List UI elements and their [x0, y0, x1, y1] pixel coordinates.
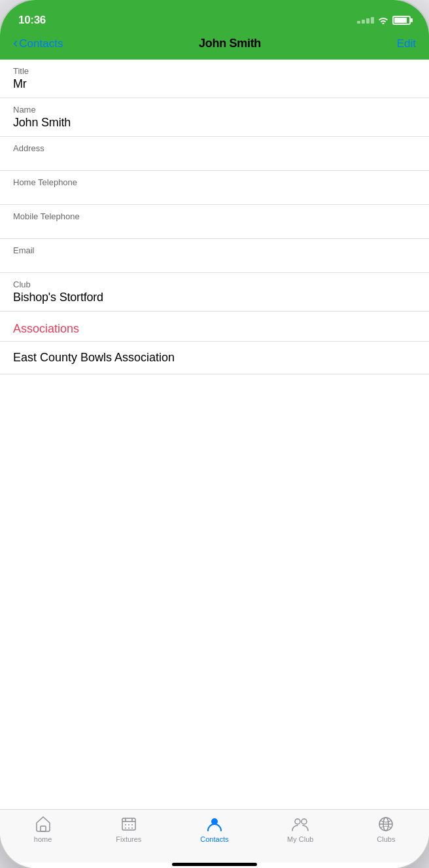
field-label-name: Name	[13, 105, 416, 115]
back-button[interactable]: ‹ Contacts	[13, 37, 63, 50]
contacts-icon	[205, 815, 224, 833]
tab-clubs-label: Clubs	[377, 835, 395, 843]
svg-point-7	[131, 824, 133, 825]
field-label-club: Club	[13, 280, 416, 289]
tab-contacts[interactable]: Contacts	[171, 815, 257, 843]
field-title: Title Mr	[0, 60, 429, 98]
associations-header-text: Associations	[13, 322, 79, 335]
field-value-title: Mr	[13, 77, 416, 91]
tab-clubs[interactable]: Clubs	[343, 815, 429, 843]
tab-home[interactable]: home	[0, 815, 86, 843]
svg-point-8	[125, 827, 126, 829]
field-value-name: John Smith	[13, 116, 416, 130]
home-bar	[172, 863, 257, 866]
field-address: Address	[0, 137, 429, 171]
battery-icon	[392, 16, 411, 25]
field-value-club: Bishop's Stortford	[13, 291, 416, 304]
field-label-email: Email	[13, 245, 416, 255]
phone-frame: 10:36 ‹ Contacts John Smith Edit Title M…	[0, 0, 429, 868]
field-club: Club Bishop's Stortford	[0, 273, 429, 312]
back-chevron-icon: ‹	[13, 36, 18, 50]
field-name: Name John Smith	[0, 98, 429, 137]
signal-icon	[357, 17, 374, 24]
associations-section-header: Associations	[0, 312, 429, 342]
home-icon	[34, 815, 52, 833]
tab-fixtures[interactable]: Fixtures	[86, 815, 171, 843]
tab-my-club[interactable]: My Club	[258, 815, 343, 843]
tab-bar: home Fixtures Contac	[0, 809, 429, 863]
field-home-telephone: Home Telephone	[0, 171, 429, 205]
status-time: 10:36	[18, 14, 46, 27]
svg-point-10	[131, 827, 133, 829]
tab-contacts-label: Contacts	[200, 835, 228, 843]
status-bar: 10:36	[0, 0, 429, 31]
myclub-icon	[291, 815, 309, 833]
tab-home-label: home	[34, 835, 52, 843]
home-indicator	[0, 863, 429, 868]
svg-point-12	[295, 819, 300, 824]
nav-bar: ‹ Contacts John Smith Edit	[0, 31, 429, 60]
field-label-address: Address	[13, 143, 416, 153]
clubs-icon	[377, 815, 395, 833]
field-label-home-telephone: Home Telephone	[13, 177, 416, 187]
tab-my-club-label: My Club	[287, 835, 313, 843]
field-email: Email	[0, 239, 429, 273]
content-area: Title Mr Name John Smith Address Home Te…	[0, 60, 429, 809]
field-label-title: Title	[13, 66, 416, 76]
svg-point-6	[128, 824, 129, 825]
field-mobile-telephone: Mobile Telephone	[0, 205, 429, 239]
nav-title: John Smith	[199, 37, 261, 50]
association-item: East County Bowls Association	[0, 342, 429, 374]
field-label-mobile-telephone: Mobile Telephone	[13, 211, 416, 221]
svg-point-13	[301, 819, 307, 824]
association-name: East County Bowls Association	[13, 351, 175, 364]
edit-button[interactable]: Edit	[397, 37, 416, 50]
back-label: Contacts	[19, 37, 63, 50]
svg-point-5	[125, 824, 126, 825]
wifi-icon	[378, 16, 388, 24]
fixtures-icon	[120, 815, 138, 833]
tab-fixtures-label: Fixtures	[116, 835, 141, 843]
svg-rect-0	[41, 826, 46, 831]
status-icons	[357, 16, 411, 25]
svg-point-9	[128, 827, 129, 829]
